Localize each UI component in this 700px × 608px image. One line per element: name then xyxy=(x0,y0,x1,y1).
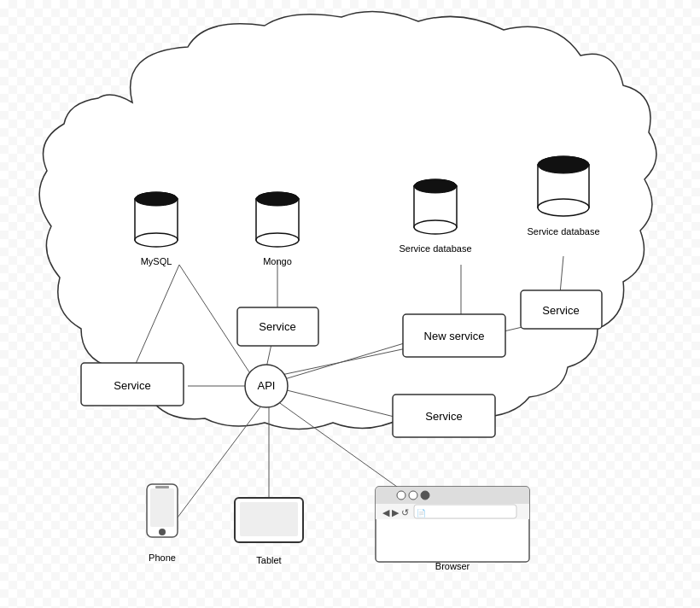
svg-point-3 xyxy=(135,192,178,206)
service-database-2-label: Service database xyxy=(528,226,600,237)
mysql-label: MySQL xyxy=(141,256,172,266)
service-middle-label: Service xyxy=(259,320,295,333)
svg-point-14 xyxy=(538,199,589,216)
mongo-database xyxy=(256,192,299,247)
api-label: API xyxy=(258,379,276,392)
svg-text:📄: 📄 xyxy=(417,508,427,518)
svg-point-18 xyxy=(159,529,166,535)
browser-icon: ◀ ▶ ↺ 📄 xyxy=(376,487,529,562)
svg-point-6 xyxy=(256,233,299,247)
service-left-label: Service xyxy=(114,379,150,392)
svg-point-11 xyxy=(414,179,457,193)
svg-point-15 xyxy=(538,156,589,173)
svg-point-26 xyxy=(397,491,405,500)
svg-rect-33 xyxy=(377,519,528,559)
svg-rect-19 xyxy=(155,486,169,488)
browser-label: Browser xyxy=(435,561,470,571)
svg-text:◀ ▶ ↺: ◀ ▶ ↺ xyxy=(382,507,409,517)
service-database-2 xyxy=(538,156,589,216)
phone-label: Phone xyxy=(149,552,176,563)
svg-point-10 xyxy=(414,220,457,234)
svg-point-28 xyxy=(421,491,429,500)
tablet-label: Tablet xyxy=(256,555,281,565)
service-right-label: Service xyxy=(542,304,579,317)
new-service-label: New service xyxy=(424,330,485,342)
svg-point-2 xyxy=(135,233,178,247)
svg-point-7 xyxy=(256,192,299,206)
svg-rect-17 xyxy=(150,488,174,527)
svg-rect-31 xyxy=(414,505,516,518)
tablet-icon xyxy=(235,498,303,542)
phone-icon xyxy=(147,484,178,537)
service-database-1 xyxy=(414,179,457,234)
mysql-database xyxy=(135,192,178,247)
svg-rect-21 xyxy=(240,502,298,536)
service-database-1-label: Service database xyxy=(400,243,472,254)
architecture-diagram: MySQL Mongo Service database Service dat… xyxy=(0,0,700,608)
service-lower-label: Service xyxy=(425,410,462,423)
diagram-container: MySQL Mongo Service database Service dat… xyxy=(0,0,700,608)
mongo-label: Mongo xyxy=(263,256,292,266)
svg-point-27 xyxy=(409,491,417,500)
